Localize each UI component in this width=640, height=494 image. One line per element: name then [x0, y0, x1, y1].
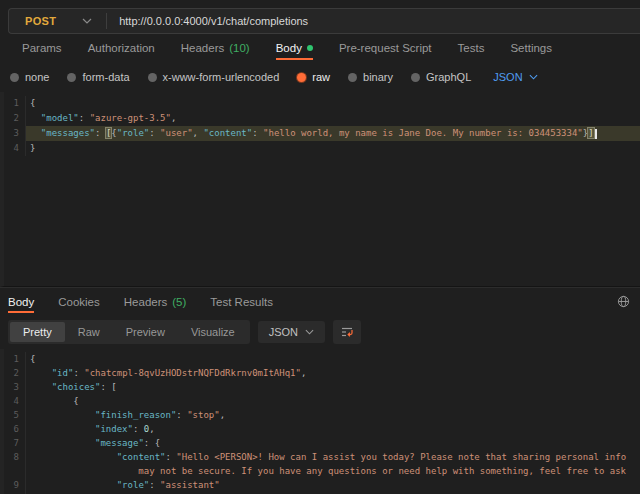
- radio-circle-icon: [10, 73, 19, 82]
- tab-settings[interactable]: Settings: [510, 34, 552, 62]
- tab-label: Headers: [181, 42, 224, 54]
- view-segment-raw[interactable]: Raw: [65, 322, 113, 342]
- line-number: 4: [4, 394, 26, 408]
- line-number: 2: [4, 111, 26, 126]
- tab-label: Tests: [458, 42, 485, 54]
- response-tab-test-results[interactable]: Test Results: [210, 288, 273, 315]
- view-segment-pretty[interactable]: Pretty: [10, 322, 65, 342]
- request-tabs: ParamsAuthorizationHeaders(10)BodyPre-re…: [0, 34, 640, 62]
- code-text: "choices": [: [26, 380, 640, 394]
- response-language-dropdown[interactable]: JSON: [258, 321, 325, 343]
- body-type-bar: noneform-datax-www-form-urlencodedrawbin…: [0, 62, 640, 92]
- tab-label: Cookies: [58, 296, 100, 308]
- code-text: "message": {: [26, 436, 640, 450]
- code-line: 5 "finish_reason": "stop",: [4, 408, 640, 422]
- response-tab-headers[interactable]: Headers(5): [124, 288, 187, 315]
- globe-icon[interactable]: [617, 295, 630, 308]
- tab-label: Params: [22, 42, 62, 54]
- response-tab-body[interactable]: Body: [8, 288, 34, 315]
- tab-pre-request-script[interactable]: Pre-request Script: [339, 34, 432, 62]
- tab-label: Pre-request Script: [339, 42, 432, 54]
- tab-count-badge: (5): [172, 296, 186, 308]
- tab-authorization[interactable]: Authorization: [88, 34, 155, 62]
- radio-label: none: [25, 71, 49, 83]
- body-type-radio-x-www-form-urlencoded[interactable]: x-www-form-urlencoded: [148, 71, 280, 83]
- line-number: 1: [4, 96, 26, 111]
- radio-circle-icon: [67, 73, 76, 82]
- request-url-bar: POST http://0.0.0.0:4000/v1/chat/complet…: [8, 8, 640, 34]
- chevron-down-icon: [305, 329, 314, 335]
- body-type-radio-raw[interactable]: raw: [297, 71, 330, 83]
- method-label: POST: [25, 15, 56, 27]
- request-url-row: POST http://0.0.0.0:4000/v1/chat/complet…: [0, 0, 640, 34]
- tab-headers[interactable]: Headers(10): [181, 34, 250, 62]
- code-text: }: [26, 141, 640, 156]
- tab-body[interactable]: Body: [276, 34, 313, 62]
- line-number: 7: [4, 436, 26, 450]
- response-body-editor[interactable]: 1{2 "id": "chatcmpl-8qvUzHODstrNQFDdRkrn…: [0, 349, 640, 494]
- url-input[interactable]: http://0.0.0.0:4000/v1/chat/completions: [107, 15, 308, 27]
- code-text: "content": "Hello <PERSON>! How can I as…: [26, 450, 640, 464]
- response-language-label: JSON: [269, 326, 298, 338]
- code-line: 3 "messages": [{"role": "user", "content…: [4, 126, 640, 141]
- code-text: {: [26, 394, 640, 408]
- body-has-content-dot-icon: [307, 45, 313, 51]
- tab-label: Test Results: [210, 296, 273, 308]
- tab-label: Authorization: [88, 42, 155, 54]
- response-view-switcher: PrettyRawPreviewVisualize: [8, 320, 250, 344]
- code-text: {: [26, 352, 640, 366]
- line-number: 3: [4, 380, 26, 394]
- body-type-radio-graphql[interactable]: GraphQL: [411, 71, 471, 83]
- code-line: 4}: [4, 141, 640, 156]
- body-type-options: noneform-datax-www-form-urlencodedrawbin…: [10, 71, 471, 83]
- tab-count-badge: (10): [229, 42, 249, 54]
- body-type-radio-binary[interactable]: binary: [348, 71, 393, 83]
- view-segment-visualize[interactable]: Visualize: [178, 322, 248, 342]
- view-segment-preview[interactable]: Preview: [113, 322, 178, 342]
- body-type-radio-form-data[interactable]: form-data: [67, 71, 129, 83]
- response-tab-cookies[interactable]: Cookies: [58, 288, 100, 315]
- tab-label: Body: [276, 42, 302, 54]
- tab-label: Settings: [510, 42, 552, 54]
- response-tabs-list: BodyCookiesHeaders(5)Test Results: [8, 288, 273, 315]
- code-line: 2 "model": "azure-gpt-3.5",: [4, 111, 640, 126]
- wrap-lines-button[interactable]: [333, 320, 361, 344]
- body-type-radio-none[interactable]: none: [10, 71, 49, 83]
- line-number: 2: [4, 366, 26, 380]
- radio-circle-icon: [297, 73, 306, 82]
- tab-tests[interactable]: Tests: [458, 34, 485, 62]
- line-number: [4, 464, 26, 478]
- code-line: 1{: [4, 352, 640, 366]
- tab-params[interactable]: Params: [22, 34, 62, 62]
- radio-circle-icon: [411, 73, 420, 82]
- line-number: 9: [4, 478, 26, 492]
- radio-label: binary: [363, 71, 393, 83]
- request-language-dropdown[interactable]: JSON: [493, 71, 537, 83]
- code-line: 3 "choices": [: [4, 380, 640, 394]
- request-body-editor[interactable]: 1{2 "model": "azure-gpt-3.5",3 "messages…: [0, 92, 640, 287]
- line-number: 4: [4, 141, 26, 156]
- radio-circle-icon: [148, 73, 157, 82]
- line-number: 6: [4, 422, 26, 436]
- code-text: may not be secure. If you have any quest…: [26, 464, 640, 478]
- tab-label: Body: [8, 296, 34, 308]
- chevron-down-icon: [82, 18, 92, 24]
- code-line: 6 "index": 0,: [4, 422, 640, 436]
- code-line: may not be secure. If you have any quest…: [4, 464, 640, 478]
- request-language-label: JSON: [493, 71, 522, 83]
- code-line: 1{: [4, 96, 640, 111]
- response-tabs: BodyCookiesHeaders(5)Test Results: [0, 287, 640, 315]
- code-text: "finish_reason": "stop",: [26, 408, 640, 422]
- code-line: 7 "message": {: [4, 436, 640, 450]
- chevron-down-icon: [529, 74, 538, 80]
- line-number: 1: [4, 352, 26, 366]
- radio-circle-icon: [348, 73, 357, 82]
- code-text: "model": "azure-gpt-3.5",: [26, 111, 640, 126]
- method-dropdown[interactable]: POST: [9, 9, 106, 33]
- radio-label: GraphQL: [426, 71, 471, 83]
- line-number: 5: [4, 408, 26, 422]
- tab-label: Headers: [124, 296, 167, 308]
- code-text: {: [26, 96, 640, 111]
- code-text: "role": "assistant": [26, 478, 640, 492]
- radio-label: raw: [312, 71, 330, 83]
